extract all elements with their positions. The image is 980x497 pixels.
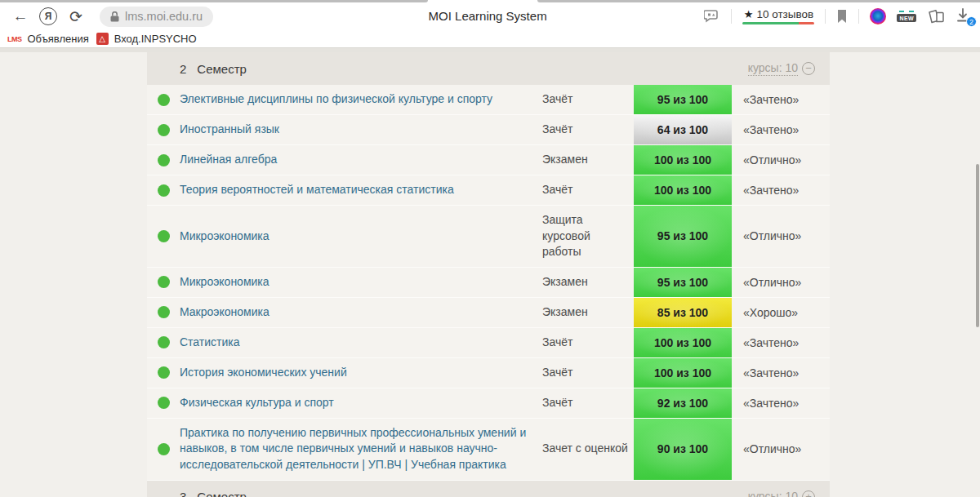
grade-text: «Зачтено» — [732, 397, 830, 410]
course-link[interactable]: Статистика — [180, 328, 542, 357]
semester-number: 3 — [180, 490, 186, 497]
score-badge: 100 из 100 — [634, 175, 732, 205]
assessment-type: Зачёт — [542, 175, 634, 205]
grade-text: «Зачтено» — [732, 336, 830, 349]
course-row: Статистика Зачёт 100 из 100 «Зачтено» — [147, 328, 830, 358]
status-dot-cell — [147, 336, 180, 348]
course-link[interactable]: Физическая культура и спорт — [180, 388, 542, 418]
status-dot-green-icon — [158, 184, 170, 197]
course-link[interactable]: История экономических учений — [180, 358, 542, 388]
status-dot-green-icon — [158, 124, 170, 136]
refresh-button[interactable]: ⟳ — [64, 7, 88, 26]
course-row: Микроэкономика Защита курсовой работы 95… — [147, 206, 830, 268]
course-link[interactable]: Линейная алгебра — [180, 145, 542, 175]
course-row: История экономических учений Зачёт 100 и… — [147, 358, 830, 388]
course-row: Микроэкономика Экзамен 95 из 100 «Отличн… — [147, 268, 830, 298]
status-dot-green-icon — [158, 306, 170, 318]
collections-icon[interactable] — [927, 9, 945, 24]
bookmark-label: Объявления — [28, 33, 89, 45]
course-row: Физическая культура и спорт Зачёт 92 из … — [147, 388, 830, 419]
grade-text: «Отлично» — [732, 153, 830, 166]
expand-icon[interactable]: + — [802, 490, 815, 497]
toolbar-divider — [858, 9, 859, 24]
status-dot-green-icon — [158, 154, 170, 166]
grade-text: «Зачтено» — [732, 123, 830, 136]
grades-table: 2 Семестр курсы: 10 − Элективные дисципл… — [147, 52, 830, 497]
new-features-icon[interactable]: NEW — [897, 11, 916, 22]
courses-count-link[interactable]: курсы: 10 — [748, 490, 798, 497]
grade-text: «Отлично» — [732, 276, 830, 289]
score-badge: 100 из 100 — [634, 145, 732, 175]
semester-2-courses-toggle[interactable]: курсы: 10 − — [748, 61, 815, 76]
grade-text: «Отлично» — [732, 442, 830, 455]
course-row: Теория вероятностей и математическая ста… — [147, 175, 830, 206]
score-badge: 92 из 100 — [634, 388, 732, 418]
course-table-body: Элективные дисциплины по физической куль… — [147, 85, 830, 481]
star-icon: ★ — [744, 8, 754, 20]
assessment-type: Зачёт — [542, 388, 634, 418]
semester-label: Семестр — [197, 490, 247, 497]
semester-label: Семестр — [197, 62, 247, 76]
grade-text: «Зачтено» — [732, 184, 830, 197]
collapse-icon[interactable]: − — [802, 62, 815, 75]
browser-extension-icon[interactable] — [870, 8, 886, 24]
inpsycho-favicon: △ — [96, 33, 109, 45]
toolbar-right-cluster: ★ 10 отзывов NEW — [704, 7, 972, 25]
score-badge: 90 из 100 — [634, 419, 732, 480]
assessment-type: Защита курсовой работы — [542, 206, 634, 267]
reviews-count-label: 10 отзывов — [756, 8, 813, 20]
status-dot-cell — [147, 443, 180, 455]
page-scrollbar[interactable] — [976, 164, 979, 327]
course-link[interactable]: Макроэкономика — [180, 298, 542, 327]
semester-3-courses-toggle[interactable]: курсы: 10 + — [748, 490, 815, 497]
status-dot-cell — [147, 184, 180, 197]
status-dot-green-icon — [158, 276, 170, 288]
course-row: Практика по получению первичных професси… — [147, 419, 830, 481]
status-dot-cell — [147, 124, 180, 136]
course-link[interactable]: Микроэкономика — [180, 268, 542, 297]
course-link[interactable]: Элективные дисциплины по физической куль… — [180, 85, 542, 114]
assessment-type: Зачёт — [542, 115, 634, 144]
status-dot-cell — [147, 306, 180, 318]
lock-icon — [110, 11, 119, 22]
lms-favicon: LMS — [7, 35, 22, 43]
toolbar-divider — [825, 9, 826, 24]
bookmarks-bar: LMS Объявления △ Вход.INPSYCHO — [0, 30, 980, 47]
score-badge: 95 из 100 — [634, 268, 732, 297]
bookmark-item-announcements[interactable]: LMS Объявления — [7, 33, 89, 45]
site-comments-icon[interactable] — [704, 9, 720, 24]
downloads-count-badge: 2 — [966, 16, 977, 27]
status-dot-green-icon — [158, 230, 170, 242]
course-row: Иностранный язык Зачёт 64 из 100 «Зачтен… — [147, 115, 830, 145]
courses-count-link[interactable]: курсы: 10 — [748, 61, 798, 76]
address-bar[interactable]: lms.moi.edu.ru — [100, 7, 213, 27]
course-link[interactable]: Иностранный язык — [180, 115, 542, 144]
bookmark-item-inpsycho[interactable]: △ Вход.INPSYCHO — [96, 33, 197, 45]
assessment-type: Зачет с оценкой — [542, 434, 634, 464]
status-dot-green-icon — [158, 336, 170, 348]
course-link[interactable]: Микроэкономика — [180, 222, 542, 251]
score-badge: 95 из 100 — [634, 206, 732, 267]
score-badge: 95 из 100 — [634, 85, 732, 114]
grade-text: «Хорошо» — [732, 306, 830, 319]
site-reviews-button[interactable]: ★ 10 отзывов — [742, 8, 814, 24]
grade-text: «Отлично» — [732, 229, 830, 242]
back-button[interactable]: ← — [8, 7, 33, 25]
assessment-type: Экзамен — [542, 298, 634, 327]
status-dot-cell — [147, 230, 180, 242]
grade-text: «Зачтено» — [732, 93, 830, 106]
rating-bar — [742, 22, 814, 24]
downloads-button[interactable]: 2 — [956, 7, 972, 25]
pyramid-icon: △ — [99, 35, 105, 43]
course-row: Элективные дисциплины по физической куль… — [147, 85, 830, 115]
score-badge: 100 из 100 — [634, 328, 732, 357]
grade-text: «Зачтено» — [732, 366, 830, 379]
url-text: lms.moi.edu.ru — [125, 10, 203, 23]
assessment-type: Зачёт — [542, 328, 634, 357]
yandex-home-icon[interactable]: Я — [39, 7, 57, 25]
new-dashes-icon — [899, 11, 914, 12]
course-link[interactable]: Теория вероятностей и математическая ста… — [180, 175, 542, 205]
bookmark-flag-icon[interactable] — [836, 9, 848, 24]
assessment-type: Зачёт — [542, 358, 634, 388]
course-link[interactable]: Практика по получению первичных професси… — [180, 419, 542, 480]
